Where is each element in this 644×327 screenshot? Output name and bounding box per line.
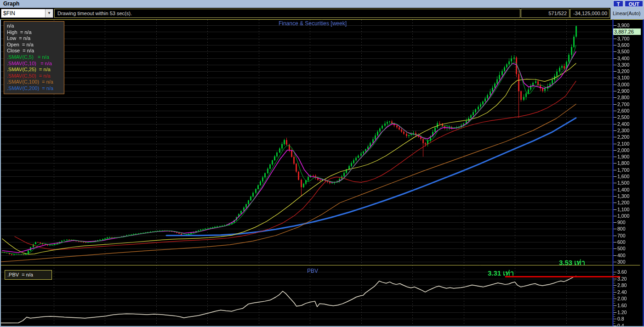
- y-axis-tick-label: 3,000: [617, 82, 629, 87]
- net-value: -34,125,000.00: [570, 9, 610, 18]
- legend-row: Close = n/a: [7, 48, 64, 54]
- pbv-high-annotation: 3.53 เท่า: [559, 257, 585, 268]
- y-axis-tick-label: 2,900: [617, 88, 629, 94]
- y-axis-tick-label: 1.20: [617, 310, 627, 315]
- y-axis-tick-label: 2,400: [617, 121, 629, 127]
- pbv-current-annotation: 3.31 เท่า: [488, 268, 514, 279]
- y-axis-tick-label: 2,500: [617, 114, 629, 120]
- scale-mode-toggle[interactable]: Linear(Auto): [610, 8, 644, 19]
- y-axis-tick-label: 700: [617, 233, 626, 238]
- graph-window: Graph T OUT ▼ Drawing timeout within 53 …: [0, 0, 644, 327]
- y-axis-tick-label: 3,900: [617, 23, 629, 28]
- legend-row: .SMAV(C,10) = n/a: [7, 61, 64, 67]
- symbol-input[interactable]: [1, 9, 47, 17]
- chart-title: Finance & Securities [week]: [244, 20, 382, 27]
- legend-row: .SMAV(C,50) = n/a: [7, 73, 64, 79]
- window-title: Graph: [3, 0, 19, 7]
- y-axis-tick-label: 3.60: [617, 269, 627, 275]
- y-axis-tick-label: 3,100: [617, 75, 629, 80]
- t-button[interactable]: T: [613, 0, 623, 7]
- legend-row: Low = n/a: [7, 35, 64, 42]
- y-axis-tick-label: 2,300: [617, 128, 629, 133]
- out-button[interactable]: OUT: [625, 0, 643, 7]
- y-axis-tick-label: 2,100: [617, 141, 629, 147]
- y-axis-tick-label: 2,200: [617, 134, 629, 140]
- y-axis-tick-label: 0.8: [617, 316, 624, 321]
- y-axis-tick-label: 3,600: [617, 42, 629, 48]
- last-price-badge: 3,887.26: [613, 28, 641, 35]
- y-axis-tick-label: 1,500: [617, 180, 629, 186]
- y-axis-tick-label: 1,400: [617, 187, 629, 192]
- y-axis-tick-label: 2,000: [617, 147, 629, 153]
- y-axis-tick-label: 1,300: [617, 193, 629, 199]
- title-bar: Graph T OUT: [0, 0, 644, 8]
- legend-row: n/a: [7, 23, 64, 29]
- y-axis-tick-label: 1,900: [617, 154, 629, 159]
- y-axis-tick-label: 3,200: [617, 68, 629, 74]
- y-axis-tick-label: 1,600: [617, 174, 629, 179]
- pbv-title: PBV: [244, 268, 382, 274]
- y-axis-tick-label: 800: [617, 226, 626, 231]
- y-axis-tick-label: 2.80: [617, 282, 627, 288]
- y-axis-tick-label: 1,100: [617, 207, 629, 212]
- y-axis-tick-label: 1,000: [617, 213, 629, 219]
- y-axis-tick-label: 1,700: [617, 167, 629, 173]
- y-axis-tick-label: 400: [617, 253, 626, 258]
- indicator-legend: n/aHigh = n/aLow = n/aOpen = n/aClose = …: [4, 21, 64, 94]
- legend-row: .SMAV(C,200) = n/a: [7, 85, 64, 92]
- pbv-indicator-label: .PBV = n/a: [5, 270, 52, 280]
- legend-row: .SMAV(C,25) = n/a: [7, 67, 64, 73]
- price-chart-canvas[interactable]: [0, 19, 644, 327]
- y-axis-tick-label: 3,400: [617, 56, 629, 61]
- y-axis-tick-label: 900: [617, 220, 626, 225]
- y-axis-tick-label: 2.40: [617, 289, 627, 295]
- y-axis-tick-label: 3,700: [617, 36, 629, 41]
- y-axis-tick-label: 2,700: [617, 101, 629, 107]
- symbol-combobox[interactable]: ▼: [1, 9, 53, 18]
- legend-row: .SMAV(C,5) = n/a: [7, 54, 64, 61]
- y-axis-tick-label: 3.20: [617, 276, 627, 282]
- y-axis-tick-label: 1,200: [617, 200, 629, 205]
- y-axis-tick-label: 3,500: [617, 49, 629, 54]
- chart-region: Finance & Securities [week] n/aHigh = n/…: [0, 19, 644, 327]
- toolbar: ▼ Drawing timeout within 53 sec(s). 571/…: [0, 8, 644, 19]
- y-axis-tick-label: 2.00: [617, 296, 627, 301]
- legend-row: Open = n/a: [7, 42, 64, 48]
- y-axis-tick-label: 300: [617, 259, 626, 265]
- status-message: Drawing timeout within 53 sec(s).: [54, 9, 520, 18]
- bar-count: 571/522: [521, 9, 570, 18]
- y-axis-tick-label: 3,300: [617, 62, 629, 68]
- y-axis-tick-label: 600: [617, 239, 626, 245]
- y-axis-tick-label: 2,800: [617, 95, 629, 100]
- y-axis-tick-label: 1.60: [617, 303, 627, 308]
- chevron-down-icon[interactable]: ▼: [45, 9, 53, 17]
- y-axis-tick-label: 2,600: [617, 108, 629, 113]
- y-axis-tick-label: 500: [617, 246, 626, 251]
- legend-row: .SMAV(C,100) = n/a: [7, 79, 64, 85]
- window-edge-left: [0, 19, 1, 327]
- y-axis-tick-label: 1,800: [617, 160, 629, 166]
- legend-row: High = n/a: [7, 29, 64, 36]
